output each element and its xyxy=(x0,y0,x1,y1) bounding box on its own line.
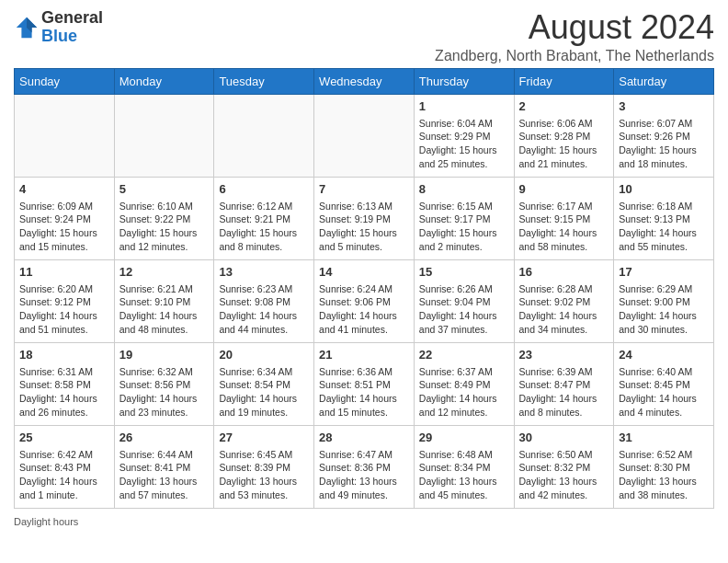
day-info: Sunrise: 6:29 AM Sunset: 9:00 PM Dayligh… xyxy=(619,282,709,337)
calendar-cell: 14Sunrise: 6:24 AM Sunset: 9:06 PM Dayli… xyxy=(314,259,415,342)
calendar-cell: 18Sunrise: 6:31 AM Sunset: 8:58 PM Dayli… xyxy=(15,342,115,425)
calendar-cell: 5Sunrise: 6:10 AM Sunset: 9:22 PM Daylig… xyxy=(114,177,214,259)
calendar-cell: 9Sunrise: 6:17 AM Sunset: 9:15 PM Daylig… xyxy=(514,177,614,259)
day-info: Sunrise: 6:18 AM Sunset: 9:13 PM Dayligh… xyxy=(619,200,709,254)
day-number: 24 xyxy=(619,347,709,363)
day-number: 3 xyxy=(619,98,709,115)
day-number: 16 xyxy=(519,264,609,281)
calendar-cell: 3Sunrise: 6:07 AM Sunset: 9:26 PM Daylig… xyxy=(614,94,714,177)
day-info: Sunrise: 6:17 AM Sunset: 9:15 PM Dayligh… xyxy=(519,200,609,254)
day-number: 19 xyxy=(119,347,210,363)
day-info: Sunrise: 6:10 AM Sunset: 9:22 PM Dayligh… xyxy=(119,200,210,254)
weekday-header-wednesday: Wednesday xyxy=(314,68,415,94)
calendar-cell: 20Sunrise: 6:34 AM Sunset: 8:54 PM Dayli… xyxy=(214,342,314,425)
day-info: Sunrise: 6:47 AM Sunset: 8:36 PM Dayligh… xyxy=(319,448,409,502)
calendar-cell xyxy=(114,94,214,177)
day-info: Sunrise: 6:24 AM Sunset: 9:06 PM Dayligh… xyxy=(319,282,409,337)
daylight-label: Daylight hours xyxy=(14,516,78,527)
weekday-header-sunday: Sunday xyxy=(15,68,115,94)
day-info: Sunrise: 6:44 AM Sunset: 8:41 PM Dayligh… xyxy=(119,448,210,502)
calendar-cell: 11Sunrise: 6:20 AM Sunset: 9:12 PM Dayli… xyxy=(15,259,115,342)
calendar-cell: 22Sunrise: 6:37 AM Sunset: 8:49 PM Dayli… xyxy=(414,342,514,425)
day-number: 29 xyxy=(419,430,509,446)
calendar-cell: 24Sunrise: 6:40 AM Sunset: 8:45 PM Dayli… xyxy=(614,342,714,425)
calendar-cell: 10Sunrise: 6:18 AM Sunset: 9:13 PM Dayli… xyxy=(614,177,714,259)
day-info: Sunrise: 6:26 AM Sunset: 9:04 PM Dayligh… xyxy=(419,282,509,337)
calendar-cell: 17Sunrise: 6:29 AM Sunset: 9:00 PM Dayli… xyxy=(614,259,714,342)
day-info: Sunrise: 6:50 AM Sunset: 8:32 PM Dayligh… xyxy=(519,448,609,502)
day-number: 22 xyxy=(419,347,509,363)
header: General Blue August 2024 Zandberg, North… xyxy=(14,9,714,64)
weekday-header-friday: Friday xyxy=(514,68,614,94)
calendar-cell: 1Sunrise: 6:04 AM Sunset: 9:29 PM Daylig… xyxy=(414,94,514,177)
day-info: Sunrise: 6:04 AM Sunset: 9:29 PM Dayligh… xyxy=(419,117,509,171)
calendar-cell xyxy=(15,94,115,177)
week-row-5: 25Sunrise: 6:42 AM Sunset: 8:43 PM Dayli… xyxy=(15,425,714,508)
calendar-cell: 26Sunrise: 6:44 AM Sunset: 8:41 PM Dayli… xyxy=(114,425,214,508)
day-info: Sunrise: 6:40 AM Sunset: 8:45 PM Dayligh… xyxy=(619,365,709,419)
calendar-cell: 12Sunrise: 6:21 AM Sunset: 9:10 PM Dayli… xyxy=(114,259,214,342)
day-number: 14 xyxy=(319,264,409,281)
day-info: Sunrise: 6:42 AM Sunset: 8:43 PM Dayligh… xyxy=(19,448,109,502)
calendar-cell: 29Sunrise: 6:48 AM Sunset: 8:34 PM Dayli… xyxy=(414,425,514,508)
day-info: Sunrise: 6:06 AM Sunset: 9:28 PM Dayligh… xyxy=(519,117,609,171)
calendar-cell: 2Sunrise: 6:06 AM Sunset: 9:28 PM Daylig… xyxy=(514,94,614,177)
calendar-cell: 25Sunrise: 6:42 AM Sunset: 8:43 PM Dayli… xyxy=(15,425,115,508)
logo-blue-text: Blue xyxy=(41,27,77,45)
day-info: Sunrise: 6:15 AM Sunset: 9:17 PM Dayligh… xyxy=(419,200,509,254)
calendar-cell: 30Sunrise: 6:50 AM Sunset: 8:32 PM Dayli… xyxy=(514,425,614,508)
day-info: Sunrise: 6:23 AM Sunset: 9:08 PM Dayligh… xyxy=(219,282,309,337)
day-info: Sunrise: 6:12 AM Sunset: 9:21 PM Dayligh… xyxy=(219,200,309,254)
day-number: 27 xyxy=(219,430,309,446)
day-number: 13 xyxy=(219,264,309,281)
day-info: Sunrise: 6:07 AM Sunset: 9:26 PM Dayligh… xyxy=(619,117,709,171)
week-row-3: 11Sunrise: 6:20 AM Sunset: 9:12 PM Dayli… xyxy=(15,259,714,342)
calendar-cell: 31Sunrise: 6:52 AM Sunset: 8:30 PM Dayli… xyxy=(614,425,714,508)
location-subtitle: Zandberg, North Brabant, The Netherlands xyxy=(435,48,714,64)
day-number: 7 xyxy=(319,181,409,198)
day-number: 4 xyxy=(19,181,109,198)
day-number: 15 xyxy=(419,264,509,281)
logo-icon xyxy=(14,15,40,40)
day-info: Sunrise: 6:28 AM Sunset: 9:02 PM Dayligh… xyxy=(519,282,609,337)
day-number: 11 xyxy=(19,264,109,281)
day-number: 30 xyxy=(519,430,609,446)
weekday-header-saturday: Saturday xyxy=(614,68,714,94)
month-year-title: August 2024 xyxy=(435,9,714,46)
day-info: Sunrise: 6:36 AM Sunset: 8:51 PM Dayligh… xyxy=(319,365,409,419)
calendar-cell: 19Sunrise: 6:32 AM Sunset: 8:56 PM Dayli… xyxy=(114,342,214,425)
calendar-cell: 6Sunrise: 6:12 AM Sunset: 9:21 PM Daylig… xyxy=(214,177,314,259)
day-info: Sunrise: 6:39 AM Sunset: 8:47 PM Dayligh… xyxy=(519,365,609,419)
calendar-cell xyxy=(314,94,415,177)
calendar-cell: 7Sunrise: 6:13 AM Sunset: 9:19 PM Daylig… xyxy=(314,177,415,259)
calendar-cell: 4Sunrise: 6:09 AM Sunset: 9:24 PM Daylig… xyxy=(15,177,115,259)
calendar-cell: 28Sunrise: 6:47 AM Sunset: 8:36 PM Dayli… xyxy=(314,425,415,508)
day-info: Sunrise: 6:52 AM Sunset: 8:30 PM Dayligh… xyxy=(619,448,709,502)
logo-general-text: General xyxy=(41,9,103,28)
calendar-cell: 8Sunrise: 6:15 AM Sunset: 9:17 PM Daylig… xyxy=(414,177,514,259)
day-number: 23 xyxy=(519,347,609,363)
calendar-cell: 15Sunrise: 6:26 AM Sunset: 9:04 PM Dayli… xyxy=(414,259,514,342)
logo: General Blue xyxy=(14,9,103,46)
day-number: 28 xyxy=(319,430,409,446)
day-number: 9 xyxy=(519,181,609,198)
weekday-header-tuesday: Tuesday xyxy=(214,68,314,94)
day-number: 8 xyxy=(419,181,509,198)
day-number: 5 xyxy=(119,181,210,198)
day-info: Sunrise: 6:31 AM Sunset: 8:58 PM Dayligh… xyxy=(19,365,109,419)
day-number: 2 xyxy=(519,98,609,115)
day-info: Sunrise: 6:45 AM Sunset: 8:39 PM Dayligh… xyxy=(219,448,309,502)
day-number: 17 xyxy=(619,264,709,281)
calendar-cell: 13Sunrise: 6:23 AM Sunset: 9:08 PM Dayli… xyxy=(214,259,314,342)
weekday-header-row: SundayMondayTuesdayWednesdayThursdayFrid… xyxy=(15,68,714,94)
calendar-cell: 23Sunrise: 6:39 AM Sunset: 8:47 PM Dayli… xyxy=(514,342,614,425)
day-number: 18 xyxy=(19,347,109,363)
calendar-table: SundayMondayTuesdayWednesdayThursdayFrid… xyxy=(14,68,714,509)
day-info: Sunrise: 6:48 AM Sunset: 8:34 PM Dayligh… xyxy=(419,448,509,502)
day-info: Sunrise: 6:32 AM Sunset: 8:56 PM Dayligh… xyxy=(119,365,210,419)
day-info: Sunrise: 6:09 AM Sunset: 9:24 PM Dayligh… xyxy=(19,200,109,254)
title-area: August 2024 Zandberg, North Brabant, The… xyxy=(435,9,714,64)
weekday-header-monday: Monday xyxy=(114,68,214,94)
footer-note: Daylight hours xyxy=(14,516,714,527)
week-row-1: 1Sunrise: 6:04 AM Sunset: 9:29 PM Daylig… xyxy=(15,94,714,177)
